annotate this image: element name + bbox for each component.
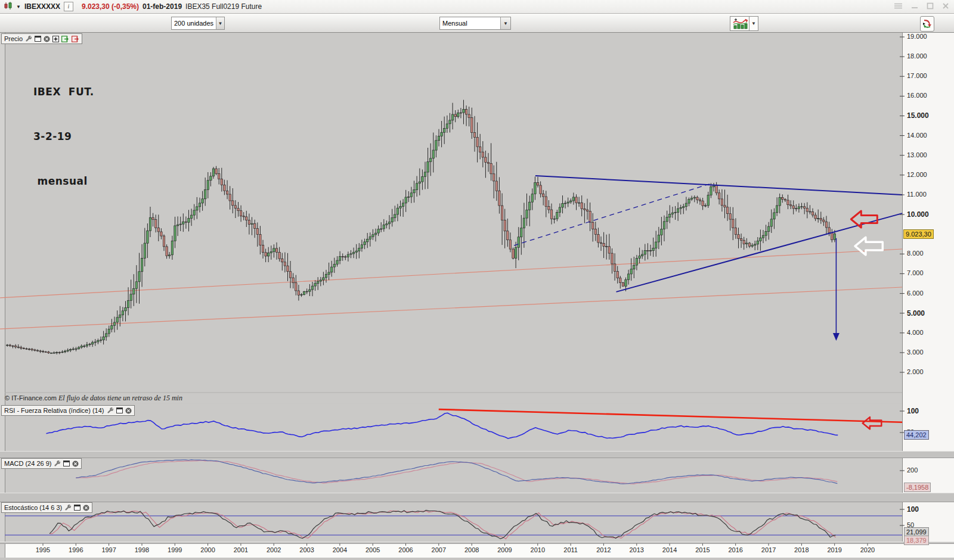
- timeframe-select-value: Mensual: [440, 20, 500, 27]
- units-select-value: 200 unidades: [172, 20, 216, 27]
- quote-date: 01-feb-2019: [143, 2, 182, 11]
- detach-window-icon[interactable]: [63, 461, 70, 466]
- chart-style-icon: [732, 18, 748, 29]
- macd-panel-title: MACD (24 26 9): [4, 460, 51, 467]
- title-bar: ▼ IBEXXXXX i 9.023,30 (-0,35%) 01-feb-20…: [0, 0, 954, 14]
- timeframe-select[interactable]: Mensual ▼: [439, 17, 511, 30]
- detach-window-icon[interactable]: [116, 407, 123, 413]
- last-price-change: 9.023,30 (-0,35%): [82, 2, 139, 11]
- menu-icon[interactable]: [894, 1, 903, 12]
- price-panel-header: Precio: [1, 33, 82, 44]
- chart-style-button[interactable]: [730, 16, 750, 31]
- rsi-value-axis-label: 44,202: [904, 430, 929, 440]
- sell-order-icon[interactable]: [72, 36, 79, 42]
- instrument-description: IBEX35 Full0219 Future: [185, 2, 262, 11]
- stoch-panel-title: Estocástico (14 6 3): [4, 504, 62, 511]
- minimize-button[interactable]: [911, 1, 918, 12]
- copyright-text: © IT-Finance.com: [5, 394, 57, 402]
- rsi-panel-title: RSI - Fuerza Relativa (índice) (14): [4, 407, 104, 414]
- detach-window-icon[interactable]: [35, 36, 41, 42]
- macd-value-axis-label: -8,1958: [904, 483, 931, 492]
- instrument-candles-icon: [4, 1, 13, 12]
- price-chart-canvas[interactable]: [0, 0, 954, 560]
- close-button[interactable]: [942, 1, 949, 12]
- instrument-symbol[interactable]: IBEXXXXX: [24, 2, 60, 11]
- chart-style-caret[interactable]: ▼: [749, 16, 758, 31]
- settings-wrench-icon[interactable]: [64, 505, 72, 511]
- info-button[interactable]: i: [64, 2, 73, 11]
- chart-toolbar: 200 unidades ▼ Mensual ▼ ▼: [0, 14, 954, 33]
- annotation-line-2: 3-2-19: [33, 129, 94, 144]
- copyright-notice: © IT-Finance.com El flujo de datos tiene…: [5, 394, 182, 403]
- annotation-line-1: IBEX FUT.: [33, 85, 94, 99]
- close-panel-icon[interactable]: [125, 407, 132, 414]
- annotation-line-3: mensual: [33, 174, 94, 189]
- detach-window-icon[interactable]: [74, 505, 80, 511]
- zoom-plus-icon[interactable]: [52, 36, 59, 42]
- refresh-data-icon[interactable]: [920, 16, 934, 32]
- timeframe-select-caret[interactable]: ▼: [500, 17, 510, 29]
- chart-annotation-text: IBEX FUT. 3-2-19 mensual: [33, 55, 94, 204]
- instrument-dropdown-caret[interactable]: ▼: [16, 4, 21, 10]
- settings-wrench-icon[interactable]: [25, 36, 32, 42]
- units-select[interactable]: 200 unidades ▼: [171, 17, 225, 30]
- maximize-button[interactable]: [927, 1, 934, 12]
- close-panel-icon[interactable]: [72, 461, 79, 467]
- settings-wrench-icon[interactable]: [54, 461, 61, 467]
- rsi-panel-header: RSI - Fuerza Relativa (índice) (14): [1, 405, 135, 416]
- stoch-panel-header: Estocástico (14 6 3): [1, 502, 92, 513]
- close-panel-icon[interactable]: [44, 36, 50, 42]
- settings-wrench-icon[interactable]: [107, 407, 114, 414]
- stoch-d-axis-label: 18,379: [904, 536, 929, 545]
- units-select-caret[interactable]: ▼: [216, 17, 224, 29]
- delay-note: El flujo de datos tiene un retraso de 15…: [58, 394, 182, 402]
- close-panel-icon[interactable]: [83, 505, 89, 511]
- price-panel-title: Precio: [4, 35, 23, 42]
- macd-panel-header: MACD (24 26 9): [1, 458, 82, 469]
- last-price-axis-label: 9.023,30: [903, 229, 934, 239]
- buy-order-icon[interactable]: [61, 36, 69, 42]
